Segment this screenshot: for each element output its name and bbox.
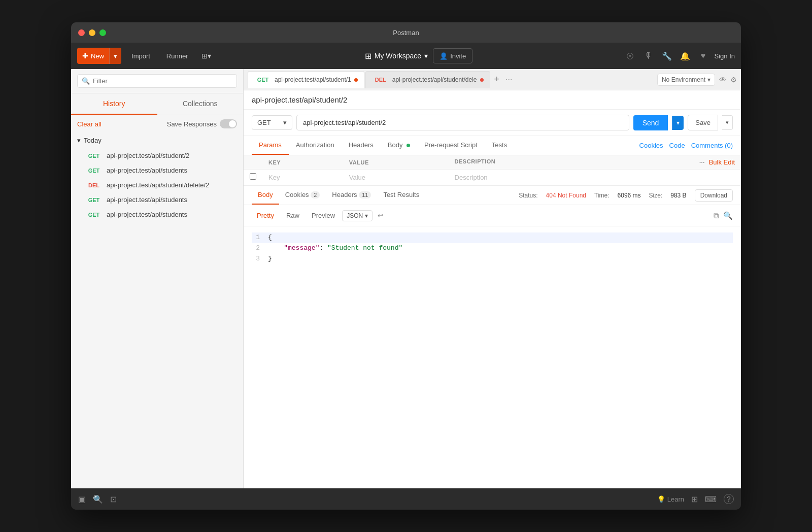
response-tabs-bar: Body Cookies 2 Headers 11 Test Results S… <box>244 186 741 205</box>
format-select[interactable]: JSON ▾ <box>342 210 373 221</box>
download-button[interactable]: Download <box>695 189 733 202</box>
history-item[interactable]: DEL api-project.test/api/student/delete/… <box>77 178 237 192</box>
environment-select[interactable]: No Environment ▾ <box>657 74 715 86</box>
new-button[interactable]: ✚ New ▾ <box>77 48 121 64</box>
resp-view-raw[interactable]: Raw <box>281 209 304 222</box>
env-label: No Environment <box>662 76 705 83</box>
import-button[interactable]: Import <box>125 48 156 64</box>
clear-all-button[interactable]: Clear all <box>77 120 101 128</box>
tab-headers[interactable]: Headers <box>342 136 381 155</box>
save-dropdown-button[interactable]: ▾ <box>722 115 733 130</box>
eye-icon[interactable]: 👁 <box>719 76 726 84</box>
maximize-button[interactable] <box>99 29 106 36</box>
method-select[interactable]: GET ▾ <box>252 115 292 130</box>
size-value: 983 B <box>670 192 686 199</box>
invite-button[interactable]: 👤 Invite <box>433 48 472 63</box>
resp-view-pretty[interactable]: Pretty <box>252 209 279 222</box>
layout-icon[interactable]: ⊡ <box>110 494 117 504</box>
save-button[interactable]: Save <box>688 115 718 130</box>
params-section: KEY VALUE DESCRIPTION ··· Bulk Edit <box>244 155 741 186</box>
history-list: GET api-project.test/api/student/2 GET a… <box>77 148 237 222</box>
params-table: KEY VALUE DESCRIPTION ··· Bulk Edit <box>244 155 741 185</box>
runner-button[interactable]: Runner <box>160 48 194 64</box>
key-col-header: KEY <box>262 155 343 170</box>
workspace-button[interactable]: ⊞ My Workspace ▾ <box>365 51 428 61</box>
close-button[interactable] <box>78 29 85 36</box>
minimize-button[interactable] <box>89 29 95 36</box>
desc-placeholder: Description <box>455 174 488 181</box>
search-bottom-icon[interactable]: 🔍 <box>93 494 103 504</box>
history-item[interactable]: GET api-project.test/api/student/2 <box>77 148 237 163</box>
workspace-label: My Workspace <box>375 52 421 60</box>
history-item[interactable]: GET api-project.test/api/students <box>77 163 237 178</box>
find-icon[interactable]: 🔍 <box>723 211 733 220</box>
env-bar: No Environment ▾ 👁 ⚙ <box>657 74 737 86</box>
copy-response-icon[interactable]: ⧉ <box>714 211 719 220</box>
search-wrap[interactable]: 🔍 <box>77 74 237 88</box>
send-dropdown-button[interactable]: ▾ <box>672 116 684 130</box>
filter-input[interactable] <box>93 77 232 85</box>
status-label: Status: <box>519 192 537 199</box>
wrench-icon[interactable]: 🔧 <box>660 49 674 63</box>
bell-icon[interactable]: 🔔 <box>678 49 692 63</box>
history-url: api-project.test/api/students <box>107 211 187 218</box>
today-group-header[interactable]: ▾ Today <box>77 132 237 148</box>
invite-label: Invite <box>450 52 466 60</box>
time-label: Time: <box>594 192 610 199</box>
learn-link[interactable]: 💡 Learn <box>657 495 684 503</box>
tab-history[interactable]: History <box>71 93 157 115</box>
param-checkbox[interactable] <box>250 173 256 180</box>
line-content-1: { <box>268 232 272 243</box>
history-method: GET <box>85 196 103 204</box>
send-button[interactable]: Send <box>633 115 668 130</box>
size-label: Size: <box>649 192 663 199</box>
sidebar-toggle-icon[interactable]: ▣ <box>78 494 86 504</box>
add-tab-button[interactable]: + <box>491 73 503 87</box>
bulk-edit-button[interactable]: Bulk Edit <box>709 158 735 166</box>
tab-params[interactable]: Params <box>252 136 289 155</box>
new-dropdown-arrow[interactable]: ▾ <box>109 48 121 64</box>
format-label: JSON <box>347 212 363 219</box>
heart-icon[interactable]: ♥ <box>696 49 710 63</box>
wrap-icon[interactable]: ↩ <box>378 212 383 219</box>
save-responses-switch[interactable] <box>220 119 237 128</box>
tab-pre-script[interactable]: Pre-request Script <box>417 136 485 155</box>
request-tab-1[interactable]: GET api-project.test/api/student/1 <box>248 71 364 88</box>
tab-menu-button[interactable]: ··· <box>503 75 514 84</box>
code-link[interactable]: Code <box>669 142 685 149</box>
tabs-bar: GET api-project.test/api/student/1 DEL a… <box>244 69 741 90</box>
tab-authorization[interactable]: Authorization <box>289 136 342 155</box>
grid-bottom-icon[interactable]: ⊞ <box>691 494 698 504</box>
request-tab-2[interactable]: DEL api-project.test/api/student/dele <box>365 71 490 88</box>
cookies-link[interactable]: Cookies <box>639 142 663 149</box>
history-section: ▾ Today GET api-project.test/api/student… <box>71 132 243 222</box>
help-icon[interactable]: ? <box>724 494 734 504</box>
line-num-3: 3 <box>252 254 260 264</box>
comments-link[interactable]: Comments (0) <box>691 142 733 149</box>
history-item[interactable]: GET api-project.test/api/students <box>77 207 237 222</box>
save-responses-label: Save Responses <box>167 120 217 128</box>
resp-tab-headers[interactable]: Headers 11 <box>326 186 377 205</box>
resp-view-preview[interactable]: Preview <box>307 209 340 222</box>
sign-in-button[interactable]: Sign In <box>715 52 735 60</box>
url-input[interactable] <box>296 115 629 130</box>
tab-tests[interactable]: Tests <box>485 136 514 155</box>
search-icon[interactable]: ⦿ <box>623 49 637 63</box>
tab1-url: api-project.test/api/student/1 <box>275 76 351 83</box>
resp-view-right: ⧉ 🔍 <box>714 211 733 220</box>
resp-tab-cookies[interactable]: Cookies 2 <box>279 186 326 205</box>
history-item[interactable]: GET api-project.test/api/students <box>77 192 237 207</box>
extras-button[interactable]: ⊞▾ <box>198 48 215 64</box>
resp-tab-body[interactable]: Body <box>252 186 279 205</box>
workspace-chevron: ▾ <box>424 52 428 60</box>
settings-icon[interactable]: ⚙ <box>730 76 737 84</box>
bottom-right: 💡 Learn ⊞ ⌨ ? <box>657 494 734 504</box>
more-icon[interactable]: ··· <box>699 159 705 165</box>
mic-icon[interactable]: 🎙 <box>641 49 656 63</box>
grid-icon: ⊞ <box>201 52 208 60</box>
resp-tab-test-results[interactable]: Test Results <box>377 186 425 205</box>
keyboard-icon[interactable]: ⌨ <box>705 494 717 504</box>
history-url: api-project.test/api/students <box>107 167 187 174</box>
tab-collections[interactable]: Collections <box>157 93 244 115</box>
tab-body[interactable]: Body <box>381 136 417 155</box>
